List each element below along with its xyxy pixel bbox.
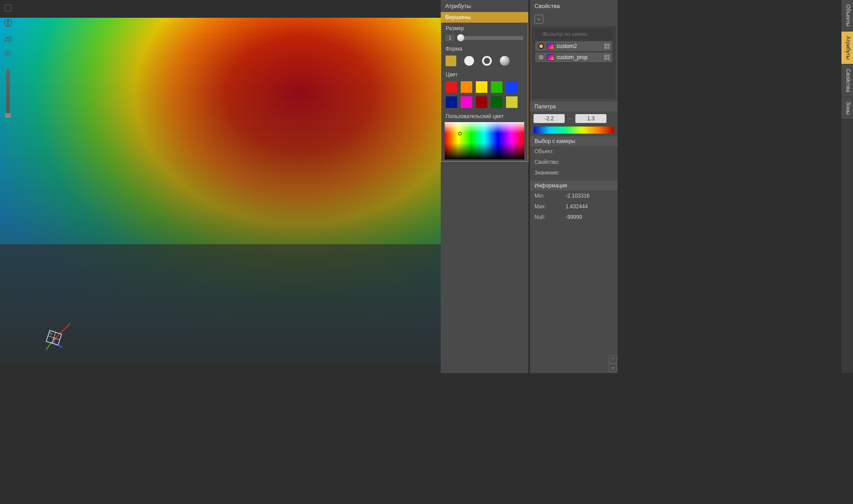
palette-header: Палитра [530,102,618,111]
compass-tool-icon[interactable] [2,17,14,29]
svg-text:+Y: +Y [52,338,56,343]
search-icon [538,31,540,38]
add-property-button[interactable]: ＋ [534,15,543,24]
svg-line-20 [539,35,540,35]
layer-name-label: custom_prop [557,54,602,60]
right-tab-strip: ОбъектыАтрибутыСвойстваЗоны [841,0,853,373]
properties-panel-title: Свойства [530,0,618,12]
palette-max-input[interactable] [575,114,606,123]
gradient-icon [547,54,554,60]
shape-circle[interactable] [464,56,474,66]
light-tool-icon[interactable] [2,47,14,60]
property-filter[interactable] [535,29,612,40]
color-swatch-9[interactable] [506,96,518,108]
color-label: Цвет [441,69,528,79]
color-swatch-6[interactable] [461,96,472,108]
attributes-panel-title: Атрибуты [441,0,528,12]
color-swatch-grid [441,79,528,111]
palette-gradient[interactable] [534,127,614,134]
svg-rect-8 [5,5,12,12]
property-layer-custom_prop[interactable]: custom_prop [535,52,612,62]
info-header: Информация [530,181,618,190]
shape-ring[interactable] [482,56,492,66]
gradient-icon [547,43,554,49]
palette-min-input[interactable] [534,114,565,123]
drag-grip-icon[interactable] [604,55,610,60]
svg-point-10 [6,52,9,55]
right-tab-2[interactable]: Свойства [841,64,853,97]
axis-gizmo[interactable]: -Z +Y [43,315,74,351]
shape-sphere[interactable] [500,56,510,66]
color-swatch-2[interactable] [476,81,487,93]
pick-object-label: Объект: [534,148,566,155]
info-min-value: -2.103316 [566,193,590,199]
color-swatch-1[interactable] [461,81,472,93]
color-swatch-7[interactable] [476,96,487,108]
shape-label: Форма [441,43,528,53]
color-swatch-4[interactable] [506,81,518,93]
right-tab-1[interactable]: Атрибуты [841,32,853,64]
camera-pick-header: Выбор с камеры [530,136,618,146]
svg-text:-Z: -Z [49,332,53,336]
pick-property-label: Свойство: [534,159,566,165]
color-swatch-5[interactable] [446,96,457,108]
svg-point-19 [538,34,539,35]
attributes-panel: Атрибуты Вершины Размер Форма Цвет Польз… [441,0,528,373]
help-button[interactable]: ? [609,355,617,363]
terrain-tool-icon[interactable] [2,32,14,44]
property-layer-custom2[interactable]: custom2 [535,41,612,51]
color-swatch-8[interactable] [491,96,502,108]
info-null-value: -99999 [566,214,582,220]
layer-radio[interactable] [538,43,544,49]
layer-name-label: custom2 [557,43,602,49]
layer-radio[interactable] [538,54,544,60]
svg-rect-7 [0,244,441,373]
size-slider[interactable] [457,36,523,40]
shape-square[interactable] [446,56,456,66]
viewport-3d[interactable]: -Z +Y [0,0,441,373]
drag-grip-icon[interactable] [604,44,610,49]
frame-tool-icon[interactable] [2,2,14,14]
properties-panel: Свойства ＋ custom2custom_prop Палитра — … [530,0,618,373]
close-panel-button[interactable]: ✕ [609,364,617,372]
color-swatch-3[interactable] [491,81,502,93]
color-swatch-0[interactable] [446,81,457,93]
pick-value-label: Значение: [534,170,566,176]
viewport-vertical-slider[interactable] [6,69,10,118]
size-input[interactable] [446,34,454,41]
viewport-toolbar [2,2,14,60]
custom-color-picker[interactable] [445,122,524,159]
custom-color-label: Пользовательский цвет [441,111,528,120]
right-tab-0[interactable]: Объекты [841,0,853,32]
info-max-value: 1.432444 [566,203,588,210]
vertices-section-header[interactable]: Вершины [441,12,528,22]
right-tab-3[interactable]: Зоны [841,97,853,119]
property-filter-input[interactable] [542,31,610,37]
size-label: Размер [441,23,528,32]
